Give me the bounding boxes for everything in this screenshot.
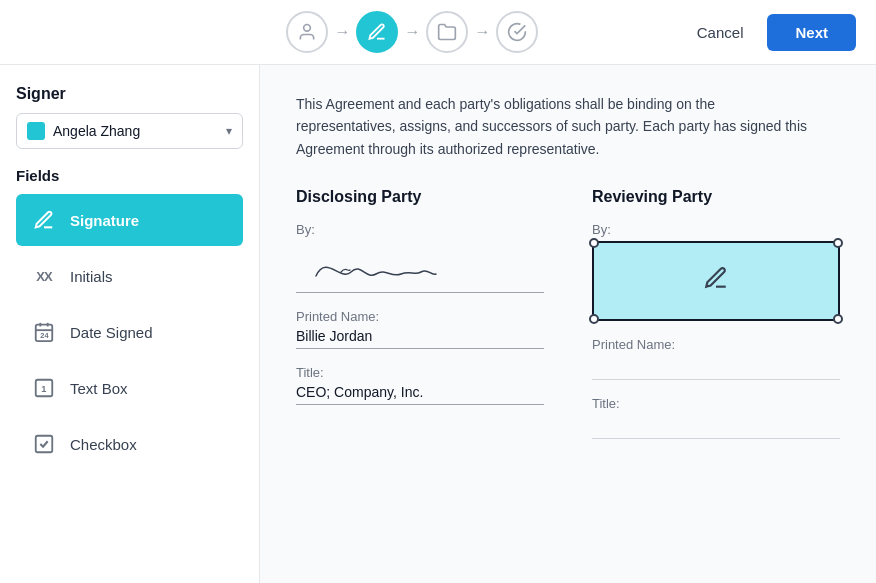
- reviewing-party-col: Revieving Party By:: [592, 188, 840, 455]
- step-folder[interactable]: [426, 11, 468, 53]
- disclosing-printed-name-label: Printed Name:: [296, 309, 544, 324]
- next-button[interactable]: Next: [767, 14, 856, 51]
- main-layout: Signer Angela Zhang ▾ Fields Signature X…: [0, 65, 876, 583]
- disclosing-title-label: Title:: [296, 365, 544, 380]
- arrow-3: →: [474, 23, 490, 41]
- svg-point-0: [304, 25, 311, 32]
- signature-drawing: [296, 244, 496, 288]
- cancel-button[interactable]: Cancel: [685, 16, 756, 49]
- svg-text:24: 24: [40, 331, 49, 340]
- reviewing-by-label: By:: [592, 222, 840, 237]
- signature-icon: [28, 204, 60, 236]
- signer-color-indicator: [27, 122, 45, 140]
- topbar-actions: Cancel Next: [685, 14, 856, 51]
- step-person[interactable]: [286, 11, 328, 53]
- field-item-signature[interactable]: Signature: [16, 194, 243, 246]
- fields-section-label: Fields: [16, 167, 243, 184]
- handle-top-left[interactable]: [589, 238, 599, 248]
- disclosing-printed-name-value: Billie Jordan: [296, 328, 544, 349]
- arrow-2: →: [404, 23, 420, 41]
- disclosing-signature-line: [296, 241, 544, 293]
- field-label-text-box: Text Box: [70, 380, 128, 397]
- disclosing-by-label: By:: [296, 222, 544, 237]
- reviewing-signature-box[interactable]: [592, 241, 840, 321]
- field-label-checkbox: Checkbox: [70, 436, 137, 453]
- topbar: → → → Cancel Next: [0, 0, 876, 65]
- step-check[interactable]: [496, 11, 538, 53]
- signer-name-label: Angela Zhang: [53, 123, 218, 139]
- disclosing-party-col: Disclosing Party By: Printed Name: Billi…: [296, 188, 544, 455]
- svg-text:1: 1: [41, 384, 46, 394]
- initials-icon: XX: [28, 260, 60, 292]
- date-signed-icon: 24: [28, 316, 60, 348]
- agreement-text: This Agreement and each party's obligati…: [296, 93, 816, 160]
- arrow-1: →: [334, 23, 350, 41]
- reviewing-signature-box-wrapper[interactable]: [592, 241, 840, 321]
- content-area: This Agreement and each party's obligati…: [260, 65, 876, 583]
- step-sign[interactable]: [356, 11, 398, 53]
- field-item-initials[interactable]: XX Initials: [16, 250, 243, 302]
- reviewing-printed-name-label: Printed Name:: [592, 337, 840, 352]
- step-indicators: → → →: [140, 11, 685, 53]
- field-label-signature: Signature: [70, 212, 139, 229]
- field-item-text-box[interactable]: 1 Text Box: [16, 362, 243, 414]
- field-label-date-signed: Date Signed: [70, 324, 153, 341]
- field-item-checkbox[interactable]: Checkbox: [16, 418, 243, 470]
- signature-field-icon: [703, 265, 729, 297]
- reviewing-title-label: Title:: [592, 396, 840, 411]
- reviewing-title-field: [592, 415, 840, 439]
- sidebar: Signer Angela Zhang ▾ Fields Signature X…: [0, 65, 260, 583]
- handle-bottom-left[interactable]: [589, 314, 599, 324]
- disclosing-title-value: CEO; Company, Inc.: [296, 384, 544, 405]
- reviewing-party-title: Revieving Party: [592, 188, 840, 206]
- field-item-date-signed[interactable]: 24 Date Signed: [16, 306, 243, 358]
- disclosing-party-title: Disclosing Party: [296, 188, 544, 206]
- chevron-down-icon: ▾: [226, 124, 232, 138]
- signing-section: Disclosing Party By: Printed Name: Billi…: [296, 188, 840, 455]
- text-box-icon: 1: [28, 372, 60, 404]
- reviewing-printed-name-field: [592, 356, 840, 380]
- handle-top-right[interactable]: [833, 238, 843, 248]
- svg-rect-8: [36, 436, 53, 453]
- handle-bottom-right[interactable]: [833, 314, 843, 324]
- field-label-initials: Initials: [70, 268, 113, 285]
- checkbox-icon: [28, 428, 60, 460]
- signer-section-label: Signer: [16, 85, 243, 103]
- signer-dropdown[interactable]: Angela Zhang ▾: [16, 113, 243, 149]
